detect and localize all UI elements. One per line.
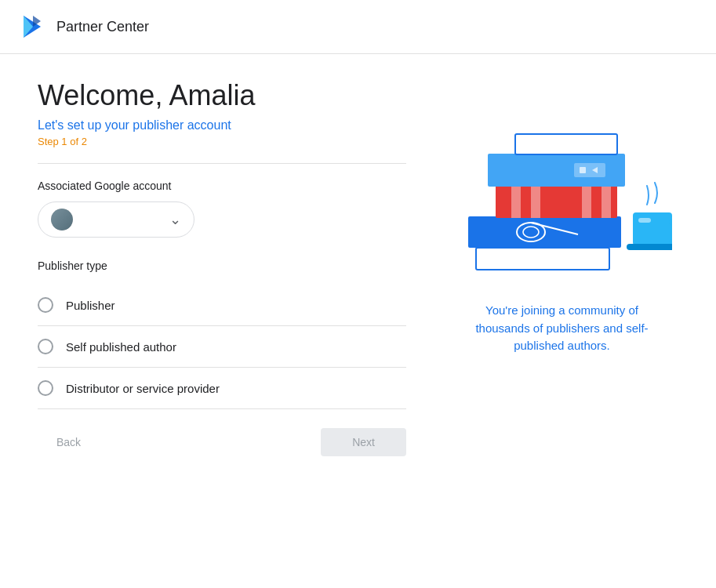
header: Partner Center bbox=[0, 0, 716, 54]
radio-label-publisher: Publisher bbox=[66, 299, 115, 312]
radio-label-distributor: Distributor or service provider bbox=[66, 382, 220, 395]
setup-subtitle: Let's set up your publisher account bbox=[38, 118, 445, 132]
svg-rect-17 bbox=[515, 134, 617, 154]
svg-rect-14 bbox=[574, 163, 605, 177]
options-end-divider bbox=[38, 408, 406, 409]
radio-circle-publisher bbox=[38, 297, 53, 313]
account-section-label: Associated Google account bbox=[38, 180, 445, 192]
step-indicator: Step 1 of 2 bbox=[38, 136, 445, 147]
next-button[interactable]: Next bbox=[321, 428, 406, 456]
avatar bbox=[51, 209, 73, 230]
publisher-type-label: Publisher type bbox=[38, 260, 445, 272]
back-button[interactable]: Back bbox=[38, 428, 100, 456]
main-container: Welcome, Amalia Let's set up your publis… bbox=[0, 54, 716, 481]
radio-option-publisher[interactable]: Publisher bbox=[38, 285, 406, 325]
account-dropdown[interactable]: ⌄ bbox=[38, 201, 194, 238]
publisher-type-options: Publisher Self published author Distribu… bbox=[38, 285, 445, 408]
svg-rect-12 bbox=[602, 185, 611, 218]
chevron-down-icon: ⌄ bbox=[169, 211, 181, 228]
svg-rect-20 bbox=[627, 244, 672, 250]
illustration-caption: You're joining a community of thousands … bbox=[475, 302, 648, 355]
button-row: Back Next bbox=[38, 428, 406, 456]
section-divider-top bbox=[38, 163, 406, 164]
radio-circle-distributor bbox=[38, 380, 53, 396]
radio-circle-self-published bbox=[38, 339, 53, 354]
partner-center-logo bbox=[19, 13, 47, 41]
svg-rect-3 bbox=[476, 248, 609, 270]
radio-option-self-published[interactable]: Self published author bbox=[38, 325, 406, 367]
svg-rect-11 bbox=[582, 185, 591, 218]
radio-option-distributor[interactable]: Distributor or service provider bbox=[38, 367, 406, 408]
welcome-heading: Welcome, Amalia bbox=[38, 79, 445, 112]
radio-label-self-published: Self published author bbox=[66, 340, 176, 354]
books-illustration bbox=[452, 111, 672, 283]
svg-rect-15 bbox=[580, 167, 586, 173]
left-panel: Welcome, Amalia Let's set up your publis… bbox=[38, 79, 445, 456]
svg-rect-9 bbox=[511, 185, 521, 218]
app-title: Partner Center bbox=[56, 19, 149, 35]
right-panel: You're joining a community of thousands … bbox=[445, 79, 678, 456]
svg-rect-19 bbox=[638, 218, 651, 223]
svg-rect-10 bbox=[531, 185, 540, 218]
svg-rect-18 bbox=[633, 212, 672, 245]
